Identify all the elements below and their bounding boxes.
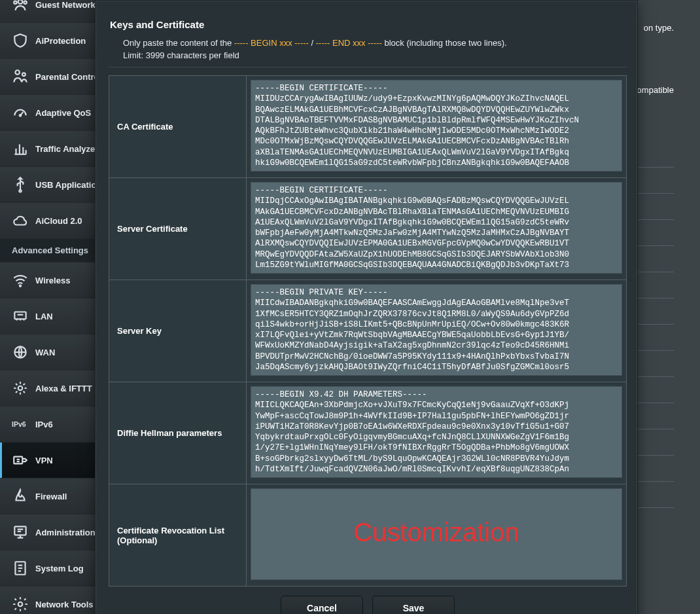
lan-icon [12, 308, 29, 325]
sidebar-item-label: IPv6 [35, 420, 53, 429]
save-button[interactable]: Save [372, 596, 455, 614]
cancel-button[interactable]: Cancel [281, 596, 363, 614]
cloud-icon [12, 212, 29, 229]
ca-cert-label: CA Certificate [109, 76, 247, 178]
sidebar-item-label: WAN [35, 348, 55, 357]
sidebar-item-label: Guest Network [35, 0, 96, 10]
sidebar-item-label: Firewall [35, 492, 67, 501]
usb-icon [12, 176, 29, 193]
sidebar-item-label: VPN [35, 456, 53, 465]
sidebar-item-label: AiProtection [35, 36, 86, 46]
svg-rect-8 [14, 312, 26, 319]
globe-icon [12, 344, 29, 361]
svg-point-15 [18, 602, 23, 607]
sidebar-item-label: Adaptive QoS [35, 108, 91, 118]
sidebar-item-label: AiCloud 2.0 [35, 216, 82, 226]
svg-point-1 [14, 1, 16, 4]
dh-params-input[interactable] [251, 386, 622, 478]
svg-point-0 [18, 0, 23, 4]
keys-certificate-modal: Keys and Certificate Only paste the cont… [95, 0, 638, 614]
server-cert-input[interactable] [251, 182, 622, 274]
ipv6-icon: IPv6 [12, 416, 29, 433]
wifi-icon [12, 272, 29, 289]
vpn-icon [12, 452, 29, 469]
svg-point-3 [15, 70, 20, 75]
chart-icon [12, 140, 29, 157]
svg-point-7 [20, 285, 21, 287]
cert-fields-table: CA Certificate Server Certificate Server… [109, 75, 627, 587]
divider [109, 67, 627, 67]
modal-hint: Only paste the content of the ----- BEGI… [109, 38, 627, 48]
modal-buttons: Cancel Save [109, 596, 627, 614]
svg-rect-13 [14, 526, 26, 535]
svg-point-5 [20, 115, 22, 117]
gear-icon [12, 596, 29, 613]
sidebar-item-label: USB Application [35, 180, 101, 190]
crl-input[interactable] [251, 488, 622, 580]
guest-network-icon [12, 0, 29, 13]
sidebar-item-label: Alexa & IFTTT [35, 384, 92, 393]
server-key-input[interactable] [251, 284, 622, 376]
svg-text:IPv6: IPv6 [12, 420, 26, 428]
modal-hint-limit: Limit: 3999 characters per field [109, 50, 627, 60]
sidebar-item-label: Network Tools [35, 600, 94, 609]
fire-icon [12, 488, 29, 505]
server-cert-label: Server Certificate [109, 178, 247, 280]
server-key-label: Server Key [109, 280, 247, 382]
modal-title: Keys and Certificate [110, 19, 627, 30]
shield-icon [12, 32, 29, 49]
sidebar-item-label: System Log [35, 564, 84, 573]
admin-icon [12, 524, 29, 541]
dh-params-label: Diffie Hellman parameters [109, 382, 247, 484]
svg-point-6 [19, 190, 21, 192]
ca-cert-input[interactable] [251, 80, 622, 172]
sidebar-item-label: Administration [35, 528, 96, 537]
svg-point-4 [22, 73, 26, 76]
sidebar-item-label: Wireless [35, 276, 70, 285]
log-icon [12, 560, 29, 577]
svg-point-2 [24, 1, 26, 4]
alexa-icon [12, 380, 29, 397]
parental-icon [12, 68, 29, 85]
svg-point-10 [18, 386, 23, 391]
sidebar-item-label: LAN [35, 312, 53, 321]
sidebar-item-label: Traffic Analyzer [35, 144, 98, 154]
crl-label: Certificate Revocation List (Optional) [109, 484, 247, 587]
gauge-icon [12, 104, 29, 121]
